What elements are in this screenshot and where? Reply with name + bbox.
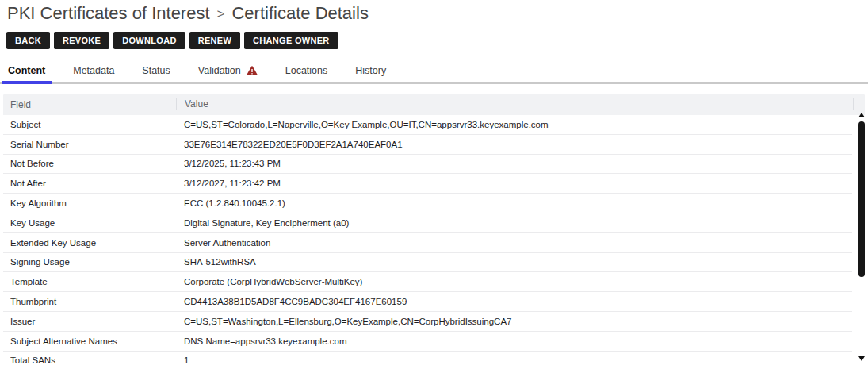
table-row: SubjectC=US,ST=Colorado,L=Naperville,O=K…	[3, 115, 852, 135]
header-divider	[853, 98, 854, 110]
scrollbar-thumb[interactable]	[858, 121, 865, 277]
tab-label: Metadata	[73, 65, 114, 76]
table-row: Not Before3/12/2025, 11:23:43 PM	[3, 155, 852, 175]
table-row: TemplateCorporate (CorpHybridWebServer-M…	[3, 272, 852, 292]
field-cell: Total SANs	[3, 355, 176, 365]
tab-metadata[interactable]: Metadata	[71, 63, 116, 82]
revoke-button[interactable]: REVOKE	[54, 32, 109, 49]
field-cell: Not After	[3, 179, 176, 188]
table-row: IssuerC=US,ST=Washington,L=Ellensburg,O=…	[3, 312, 852, 332]
value-cell: Server Authentication	[176, 238, 852, 248]
tab-bar: Content Metadata Status Validation Locat…	[0, 63, 868, 84]
toolbar: BACK REVOKE DOWNLOAD RENEW CHANGE OWNER	[6, 32, 868, 49]
table-row: Signing UsageSHA-512withRSA	[3, 253, 852, 273]
field-cell: Extended Key Usage	[3, 238, 176, 248]
field-cell: Serial Number	[3, 140, 176, 149]
change-owner-button[interactable]: CHANGE OWNER	[244, 32, 338, 49]
download-button[interactable]: DOWNLOAD	[113, 32, 185, 49]
tab-history[interactable]: History	[354, 63, 388, 82]
field-cell: Subject	[3, 120, 176, 129]
value-cell: DNS Name=appsrvr33.keyexample.com	[176, 336, 852, 346]
value-cell: CD4413A38B1D5AD8F4CC9BADC304EF4167E60159	[176, 297, 852, 306]
table-row: Key AlgorithmECC (1.2.840.10045.2.1)	[3, 194, 852, 213]
value-cell: SHA-512withRSA	[176, 257, 852, 267]
table-row: ThumbprintCD4413A38B1D5AD8F4CC9BADC304EF…	[3, 292, 852, 312]
tab-content[interactable]: Content	[6, 63, 47, 82]
renew-button[interactable]: RENEW	[189, 32, 240, 49]
value-cell: ECC (1.2.840.10045.2.1)	[176, 198, 852, 208]
table-row: Not After3/12/2027, 11:23:42 PM	[3, 174, 852, 194]
column-header-field: Field	[3, 99, 176, 110]
value-cell: 33E76E314E78322ED20E5F0D3EF2A1A740EAF0A1	[176, 140, 852, 149]
certificate-details-table: Field Value SubjectC=US,ST=Colorado,L=Na…	[3, 94, 865, 365]
breadcrumb: PKI Certificates of Interest > Certifica…	[7, 2, 868, 25]
field-cell: Subject Alternative Names	[3, 336, 176, 346]
tab-label: History	[355, 65, 386, 76]
field-cell: Key Usage	[3, 218, 176, 228]
table-row: Subject Alternative NamesDNS Name=appsrv…	[3, 332, 852, 352]
value-cell: C=US,ST=Colorado,L=Naperville,O=Key Exam…	[176, 120, 852, 129]
value-cell: 3/12/2025, 11:23:43 PM	[176, 159, 852, 168]
warning-triangle-icon	[247, 66, 258, 75]
field-cell: Not Before	[3, 159, 176, 168]
column-header-value: Value	[176, 98, 865, 110]
table-body: SubjectC=US,ST=Colorado,L=Naperville,O=K…	[3, 115, 865, 365]
breadcrumb-separator-icon: >	[217, 2, 225, 25]
scroll-down-arrow-icon[interactable]	[858, 356, 865, 361]
table-row: Total SANs1	[3, 352, 852, 365]
scroll-up-arrow-icon[interactable]	[858, 113, 865, 117]
field-cell: Issuer	[3, 317, 176, 326]
table-row: Key UsageDigital Signature, Key Encipher…	[3, 213, 852, 233]
breadcrumb-parent-link[interactable]: PKI Certificates of Interest	[7, 2, 210, 24]
value-cell: 3/12/2027, 11:23:42 PM	[176, 179, 852, 188]
table-row: Serial Number33E76E314E78322ED20E5F0D3EF…	[3, 135, 852, 155]
tab-label: Content	[8, 65, 45, 76]
back-button[interactable]: BACK	[6, 32, 50, 49]
value-cell: Corporate (CorpHybridWebServer-MultiKey)	[176, 277, 852, 286]
vertical-scrollbar[interactable]	[858, 112, 866, 362]
table-row: Extended Key UsageServer Authentication	[3, 233, 852, 253]
tab-status[interactable]: Status	[140, 63, 171, 82]
tab-label: Validation	[198, 65, 241, 76]
value-cell: C=US,ST=Washington,L=Ellensburg,O=KeyExa…	[176, 317, 852, 326]
field-cell: Template	[3, 277, 176, 286]
tab-validation[interactable]: Validation	[197, 63, 259, 82]
tab-label: Status	[142, 65, 170, 76]
table-header: Field Value	[3, 94, 865, 115]
tab-locations[interactable]: Locations	[284, 63, 330, 82]
field-cell: Signing Usage	[3, 257, 176, 267]
field-cell: Key Algorithm	[3, 198, 176, 208]
breadcrumb-current: Certificate Details	[231, 2, 368, 24]
value-cell: 1	[176, 355, 852, 365]
tab-label: Locations	[285, 65, 328, 76]
field-cell: Thumbprint	[3, 297, 176, 306]
value-cell: Digital Signature, Key Encipherment (a0)	[176, 218, 852, 228]
